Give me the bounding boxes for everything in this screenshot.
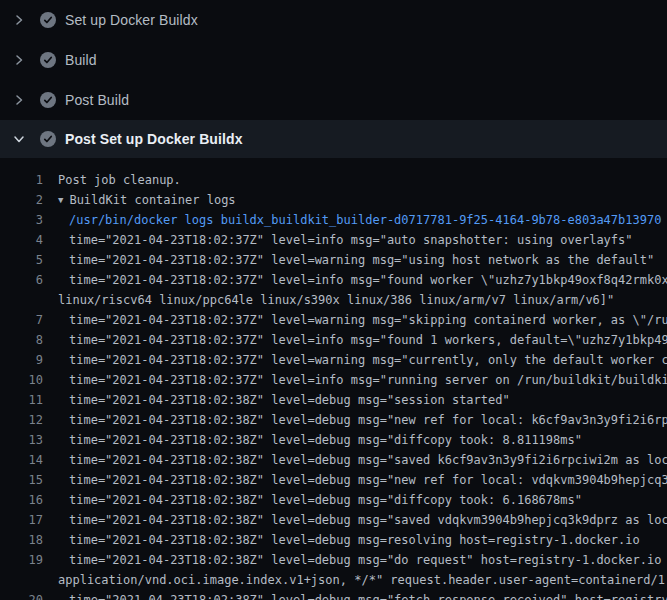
- log-line: 20 time="2021-04-23T18:02:38Z" level=deb…: [0, 590, 667, 600]
- line-number[interactable]: 9: [0, 350, 43, 370]
- log-text: time="2021-04-23T18:02:37Z" level=info m…: [69, 330, 667, 350]
- line-number[interactable]: 7: [0, 310, 43, 330]
- log-text: time="2021-04-23T18:02:38Z" level=debug …: [69, 450, 667, 470]
- line-number[interactable]: 18: [0, 530, 43, 550]
- log-text: time="2021-04-23T18:02:38Z" level=debug …: [69, 390, 510, 410]
- log-text: time="2021-04-23T18:02:37Z" level=warnin…: [69, 250, 654, 270]
- step-header[interactable]: Post Build: [0, 80, 667, 120]
- log-text: /usr/bin/docker logs buildx_buildkit_bui…: [69, 210, 661, 230]
- line-number[interactable]: 12: [0, 410, 43, 430]
- log-text: application/vnd.oci.image.index.v1+json,…: [58, 570, 667, 590]
- log-text: time="2021-04-23T18:02:37Z" level=info m…: [69, 270, 667, 290]
- check-circle-icon: [40, 92, 56, 108]
- log-line: 8 time="2021-04-23T18:02:37Z" level=info…: [0, 330, 667, 350]
- step-header[interactable]: Build: [0, 40, 667, 80]
- chevron-down-icon: [13, 133, 25, 145]
- step-header[interactable]: Post Set up Docker Buildx: [0, 120, 667, 158]
- line-number[interactable]: 2: [0, 190, 43, 210]
- log-text: time="2021-04-23T18:02:38Z" level=debug …: [69, 510, 667, 530]
- log-line: 10 time="2021-04-23T18:02:37Z" level=inf…: [0, 370, 667, 390]
- log-line: 6 time="2021-04-23T18:02:37Z" level=info…: [0, 270, 667, 290]
- chevron-right-icon: [13, 54, 25, 66]
- step-title: Post Build: [65, 92, 129, 108]
- log-line: application/vnd.oci.image.index.v1+json,…: [0, 570, 667, 590]
- log-line: 5 time="2021-04-23T18:02:37Z" level=warn…: [0, 250, 667, 270]
- step-title: Set up Docker Buildx: [65, 12, 198, 28]
- log-line: 16 time="2021-04-23T18:02:38Z" level=deb…: [0, 490, 667, 510]
- line-number[interactable]: 1: [0, 170, 43, 190]
- check-circle-icon: [40, 52, 56, 68]
- log-text: time="2021-04-23T18:02:38Z" level=debug …: [69, 530, 640, 550]
- log-line: 17 time="2021-04-23T18:02:38Z" level=deb…: [0, 510, 667, 530]
- log-text: time="2021-04-23T18:02:37Z" level=info m…: [69, 230, 633, 250]
- line-number[interactable]: 10: [0, 370, 43, 390]
- line-number[interactable]: 16: [0, 490, 43, 510]
- log-line: 2 ▼ BuildKit container logs: [0, 190, 667, 210]
- check-circle-icon: [40, 12, 56, 28]
- log-text: time="2021-04-23T18:02:38Z" level=debug …: [69, 410, 667, 430]
- log-command-line: 3 /usr/bin/docker logs buildx_buildkit_b…: [0, 210, 667, 230]
- log-line: 14 time="2021-04-23T18:02:38Z" level=deb…: [0, 450, 667, 470]
- line-number[interactable]: 13: [0, 430, 43, 450]
- log-line: 12 time="2021-04-23T18:02:38Z" level=deb…: [0, 410, 667, 430]
- step-title: Build: [65, 52, 97, 68]
- line-number[interactable]: 3: [0, 210, 43, 230]
- log-text: time="2021-04-23T18:02:37Z" level=info m…: [69, 370, 667, 390]
- log-text: time="2021-04-23T18:02:38Z" level=debug …: [69, 590, 667, 600]
- log-text: Post job cleanup.: [58, 170, 181, 190]
- line-number[interactable]: 11: [0, 390, 43, 410]
- log-line: 19 time="2021-04-23T18:02:38Z" level=deb…: [0, 550, 667, 570]
- line-number[interactable]: [0, 570, 43, 590]
- chevron-right-icon: [13, 94, 25, 106]
- check-circle-icon: [40, 131, 56, 147]
- line-number[interactable]: 8: [0, 330, 43, 350]
- log-text: time="2021-04-23T18:02:38Z" level=debug …: [69, 490, 582, 510]
- log-line: 7 time="2021-04-23T18:02:37Z" level=warn…: [0, 310, 667, 330]
- line-number[interactable]: 19: [0, 550, 43, 570]
- log-line: 13 time="2021-04-23T18:02:38Z" level=deb…: [0, 430, 667, 450]
- log-line: 18 time="2021-04-23T18:02:38Z" level=deb…: [0, 530, 667, 550]
- log-text: linux/riscv64 linux/ppc64le linux/s390x …: [58, 290, 614, 310]
- group-collapse-icon[interactable]: ▼: [58, 190, 63, 210]
- log-text: time="2021-04-23T18:02:38Z" level=debug …: [69, 550, 667, 570]
- log-line: 1 Post job cleanup.: [0, 170, 667, 190]
- log-line: 4 time="2021-04-23T18:02:37Z" level=info…: [0, 230, 667, 250]
- line-number[interactable]: 15: [0, 470, 43, 490]
- log-text: time="2021-04-23T18:02:38Z" level=debug …: [69, 430, 582, 450]
- steps-list: Set up Docker Buildx Build Post Buil: [0, 0, 667, 158]
- log-lines: 1 Post job cleanup. 2 ▼ BuildKit contain…: [0, 158, 667, 600]
- line-number[interactable]: 5: [0, 250, 43, 270]
- log-line: 11 time="2021-04-23T18:02:38Z" level=deb…: [0, 390, 667, 410]
- log-line: linux/riscv64 linux/ppc64le linux/s390x …: [0, 290, 667, 310]
- line-number[interactable]: 20: [0, 590, 43, 600]
- line-number[interactable]: 4: [0, 230, 43, 250]
- chevron-right-icon: [13, 14, 25, 26]
- line-number[interactable]: 17: [0, 510, 43, 530]
- log-text: BuildKit container logs: [69, 190, 235, 210]
- line-number[interactable]: [0, 290, 43, 310]
- step-header[interactable]: Set up Docker Buildx: [0, 0, 667, 40]
- log-line: 9 time="2021-04-23T18:02:37Z" level=warn…: [0, 350, 667, 370]
- log-text: time="2021-04-23T18:02:37Z" level=warnin…: [69, 350, 667, 370]
- step-title: Post Set up Docker Buildx: [65, 131, 243, 147]
- log-text: time="2021-04-23T18:02:37Z" level=warnin…: [69, 310, 667, 330]
- log-text: time="2021-04-23T18:02:38Z" level=debug …: [69, 470, 667, 490]
- log-line: 15 time="2021-04-23T18:02:38Z" level=deb…: [0, 470, 667, 490]
- line-number[interactable]: 14: [0, 450, 43, 470]
- line-number[interactable]: 6: [0, 270, 43, 290]
